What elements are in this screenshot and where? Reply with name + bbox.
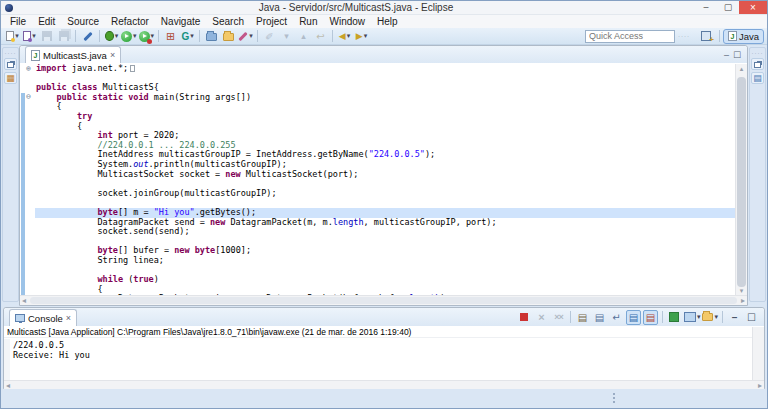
- java-perspective-button[interactable]: J Java: [723, 29, 764, 44]
- display-selected-console-icon[interactable]: ▾: [684, 310, 701, 325]
- menu-navigate[interactable]: Navigate: [155, 15, 206, 28]
- new-project-grid-icon[interactable]: [163, 29, 178, 44]
- code-token: .println(multicastGroupIP);: [149, 159, 287, 169]
- code-line[interactable]: socket.send(send);: [20, 227, 735, 237]
- dropdown-arrow-icon[interactable]: ▾: [347, 32, 351, 40]
- pencil-icon[interactable]: [80, 29, 95, 44]
- code-line[interactable]: MulticastSocket socket = new MulticastSo…: [20, 170, 735, 180]
- terminate-icon[interactable]: [517, 310, 532, 325]
- menu-window[interactable]: Window: [323, 15, 371, 28]
- dropdown-arrow-icon[interactable]: ▾: [364, 32, 368, 40]
- show-stderr-when-changed-icon[interactable]: [643, 310, 658, 325]
- new-java-project-icon[interactable]: ▾: [22, 29, 37, 44]
- restore-view-icon[interactable]: [4, 58, 17, 70]
- editor-horizontal-scrollbar[interactable]: ◂ ▸: [20, 295, 747, 305]
- forward-icon[interactable]: ▾: [354, 29, 369, 44]
- horizontal-scroll-thumb[interactable]: [30, 297, 737, 304]
- code-line[interactable]: ⊕import java.net.*;: [20, 64, 735, 74]
- menu-search[interactable]: Search: [206, 15, 250, 28]
- menu-refactor[interactable]: Refactor: [105, 15, 155, 28]
- tab-close-icon[interactable]: ×: [110, 50, 115, 60]
- status-bar-drag-handle[interactable]: [613, 393, 615, 403]
- toolbar-separator: [570, 311, 571, 323]
- clear-console-icon[interactable]: [575, 310, 590, 325]
- code-line[interactable]: String linea;: [20, 256, 735, 266]
- console-output[interactable]: /224.0.0.5Receive: Hi you: [4, 339, 752, 380]
- word-wrap-icon[interactable]: [609, 310, 624, 325]
- scroll-up-icon[interactable]: ▴: [736, 65, 747, 73]
- maximize-view-icon[interactable]: [744, 310, 759, 325]
- quick-access-input[interactable]: [585, 30, 675, 43]
- show-stdout-when-changed-icon[interactable]: [626, 310, 641, 325]
- dropdown-arrow-icon[interactable]: ▾: [249, 32, 253, 40]
- open-console-icon[interactable]: ▾: [702, 310, 718, 325]
- editor-maximize-icon[interactable]: ☐: [733, 50, 741, 60]
- code-token: new: [174, 245, 189, 255]
- minimize-view-icon[interactable]: [727, 310, 742, 325]
- window-maximize-button[interactable]: ▢: [717, 1, 739, 14]
- search-brush-icon[interactable]: ▾: [238, 29, 253, 44]
- code-token: {: [36, 101, 62, 111]
- code-token: [36, 130, 97, 140]
- window-minimize-button[interactable]: –: [695, 1, 717, 14]
- code-line[interactable]: while (true): [20, 275, 735, 285]
- next-annotation-icon: [279, 29, 294, 44]
- menu-help[interactable]: Help: [371, 15, 404, 28]
- code-editor[interactable]: ⊕import java.net.*;public class Multicas…: [20, 64, 735, 295]
- drag-handle-icon[interactable]: ····: [5, 50, 17, 56]
- server-g-icon[interactable]: ▾: [180, 29, 195, 44]
- code-token: (: [123, 274, 133, 284]
- outline-view-icon[interactable]: [751, 72, 764, 84]
- code-token: public: [36, 82, 67, 92]
- dropdown-arrow-icon[interactable]: ▾: [697, 313, 701, 321]
- dropdown-arrow-icon[interactable]: ▾: [190, 32, 194, 40]
- menu-edit[interactable]: Edit: [32, 15, 61, 28]
- console-vertical-scrollbar[interactable]: [752, 327, 764, 380]
- code-line[interactable]: socket.joinGroup(multicastGroupIP);: [20, 189, 735, 199]
- fold-collapse-icon[interactable]: ⊖: [26, 92, 31, 102]
- pin-console-icon[interactable]: [667, 310, 682, 325]
- folded-region-box[interactable]: [130, 65, 135, 72]
- code-token: try: [77, 111, 92, 121]
- code-line[interactable]: try: [20, 112, 735, 122]
- fold-expand-icon[interactable]: ⊕: [26, 64, 31, 73]
- run-coverage-icon[interactable]: ▾: [139, 29, 155, 44]
- new-wizard-icon[interactable]: ▾: [5, 29, 20, 44]
- package-explorer-icon[interactable]: [4, 72, 17, 84]
- console-output-line: Receive: Hi you: [13, 350, 752, 360]
- tab-multicasts-java[interactable]: J MulticastS.java ×: [25, 46, 121, 63]
- code-line[interactable]: {: [20, 102, 735, 112]
- menu-run[interactable]: Run: [293, 15, 323, 28]
- menu-file[interactable]: File: [4, 15, 32, 28]
- dropdown-arrow-icon[interactable]: ▾: [32, 32, 36, 40]
- editor-minimize-icon[interactable]: –: [724, 50, 729, 60]
- scroll-down-icon[interactable]: ▾: [736, 287, 747, 295]
- tab-console[interactable]: Console ×: [9, 309, 77, 326]
- code-token: java.net.*;: [67, 64, 128, 73]
- dropdown-arrow-icon[interactable]: ▾: [133, 32, 137, 40]
- code-area[interactable]: ⊕import java.net.*;public class Multicas…: [20, 64, 735, 295]
- dropdown-arrow-icon[interactable]: ▾: [15, 32, 19, 40]
- vertical-scroll-thumb[interactable]: [737, 77, 746, 287]
- code-line[interactable]: ⊖ public static void main(String args[]): [20, 93, 735, 103]
- window-close-button[interactable]: ×: [739, 1, 767, 14]
- console-tab-close-icon[interactable]: ×: [66, 313, 71, 323]
- editor-vertical-scrollbar[interactable]: ▴ ▾: [735, 64, 747, 295]
- scroll-right-icon[interactable]: ▸: [741, 296, 745, 306]
- debug-icon[interactable]: ▾: [104, 29, 119, 44]
- dropdown-arrow-icon[interactable]: ▾: [714, 313, 718, 321]
- dropdown-arrow-icon[interactable]: ▾: [115, 32, 119, 40]
- open-folder-yellow-icon[interactable]: [221, 29, 236, 44]
- run-icon[interactable]: ▾: [121, 29, 137, 44]
- window-title: Java - Servidor/src/MulticastS.java - Ec…: [17, 2, 695, 13]
- scroll-lock-icon[interactable]: [592, 310, 607, 325]
- back-icon[interactable]: ▾: [337, 29, 352, 44]
- drag-handle-icon[interactable]: ····: [752, 50, 764, 56]
- scroll-left-icon[interactable]: ◂: [22, 296, 26, 306]
- code-token: DatagramPacket send =: [36, 217, 210, 227]
- open-perspective-icon[interactable]: [699, 30, 713, 42]
- menu-project[interactable]: Project: [250, 15, 293, 28]
- menu-source[interactable]: Source: [61, 15, 105, 28]
- open-folder-blue-icon[interactable]: [204, 29, 219, 44]
- restore-view-icon[interactable]: [751, 58, 764, 70]
